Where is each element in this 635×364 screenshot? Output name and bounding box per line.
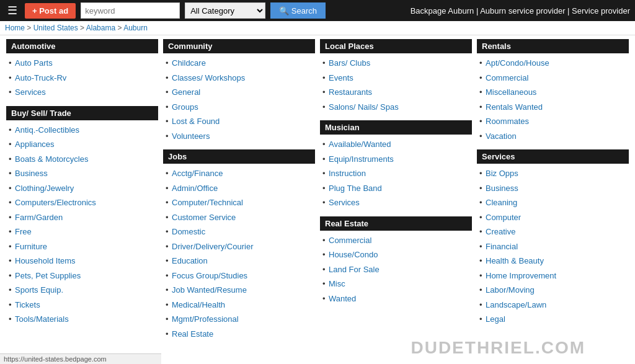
link-available-wanted[interactable]: Available/Wanted xyxy=(329,140,391,149)
link-rentals-wanted[interactable]: Rentals Wanted xyxy=(486,102,543,112)
link-miscellaneous[interactable]: Miscellaneous xyxy=(486,87,536,97)
link-services[interactable]: Services xyxy=(329,198,360,207)
link-wanted[interactable]: Wanted xyxy=(329,294,356,303)
list-item: Volunteers xyxy=(163,129,315,144)
list-item: Auto Parts xyxy=(6,56,158,71)
search-button[interactable]: 🔍 Search xyxy=(270,2,326,19)
link-equip-instruments[interactable]: Equip/Instruments xyxy=(329,154,394,164)
link-land-for-sale[interactable]: Land For Sale xyxy=(329,265,380,274)
link-groups[interactable]: Groups xyxy=(172,102,198,112)
link-landscape-lawn[interactable]: Landscape/Lawn xyxy=(486,300,546,309)
link-auto-parts[interactable]: Auto Parts xyxy=(15,58,53,68)
link-computer-technical[interactable]: Computer/Technical xyxy=(172,198,243,207)
list-item: Biz Opps xyxy=(477,166,629,181)
link-boats-motorcycles[interactable]: Boats & Motorcycles xyxy=(15,154,89,164)
link-auto-truck-rv[interactable]: Auto-Truck-Rv xyxy=(15,73,66,82)
link-commercial[interactable]: Commercial xyxy=(329,236,371,245)
link-customer-service[interactable]: Customer Service xyxy=(172,213,236,222)
link-biz-opps[interactable]: Biz Opps xyxy=(486,169,518,178)
link-classes-workshops[interactable]: Classes/ Workshops xyxy=(172,73,245,82)
link-health-beauty[interactable]: Health & Beauty xyxy=(486,256,544,265)
link-driver-delivery-courier[interactable]: Driver/Delivery/Courier xyxy=(172,242,253,251)
link-services[interactable]: Services xyxy=(15,87,46,97)
link-pets-pet-supplies[interactable]: Pets, Pet Supplies xyxy=(15,271,81,280)
link-creative[interactable]: Creative xyxy=(486,227,515,236)
link-events[interactable]: Events xyxy=(329,73,353,82)
link-mgmt-professional[interactable]: Mgmt/Professional xyxy=(172,314,239,324)
link-salons-nails-spas[interactable]: Salons/ Nails/ Spas xyxy=(329,102,399,112)
link-free[interactable]: Free xyxy=(15,227,32,236)
column-2: Local PlacesBars/ ClubsEventsRestaurants… xyxy=(318,39,474,347)
link-apt-condo-house[interactable]: Apt/Condo/House xyxy=(486,58,549,68)
link-labor-moving[interactable]: Labor/Moving xyxy=(486,285,535,295)
breadcrumb-united-states[interactable]: United States xyxy=(33,24,78,32)
link-roommates[interactable]: Roommates xyxy=(486,117,529,126)
section-list-2-2: CommercialHouse/CondoLand For SaleMiscWa… xyxy=(320,233,472,306)
link-plug-the-band[interactable]: Plug The Band xyxy=(329,184,382,193)
link-lost-found[interactable]: Lost & Found xyxy=(172,117,220,126)
link-real-estate[interactable]: Real Estate xyxy=(172,329,213,339)
link-furniture[interactable]: Furniture xyxy=(15,242,47,251)
link-commercial[interactable]: Commercial xyxy=(486,73,528,82)
link-clothing-jewelry[interactable]: Clothing/Jewelry xyxy=(15,184,74,193)
link-tools-materials[interactable]: Tools/Materials xyxy=(15,314,69,324)
column-1: CommunityChildcareClasses/ WorkshopsGene… xyxy=(161,39,318,347)
link-house-condo[interactable]: House/Condo xyxy=(329,250,378,259)
link-misc[interactable]: Misc xyxy=(329,279,345,288)
section-1-1: JobsAcctg/FinanceAdmin/OfficeComputer/Te… xyxy=(163,149,315,341)
list-item: Admin/Office xyxy=(163,181,315,196)
link-instruction[interactable]: Instruction xyxy=(329,169,366,178)
list-item: Childcare xyxy=(163,56,315,71)
link-volunteers[interactable]: Volunteers xyxy=(172,131,210,141)
link-business[interactable]: Business xyxy=(15,169,48,178)
link-education[interactable]: Education xyxy=(172,256,208,265)
link-business[interactable]: Business xyxy=(486,184,518,193)
link-sports-equip-[interactable]: Sports Equip. xyxy=(15,285,63,295)
link-vacation[interactable]: Vacation xyxy=(486,131,517,141)
link-tickets[interactable]: Tickets xyxy=(15,300,40,309)
link-cleaning[interactable]: Cleaning xyxy=(486,198,517,207)
section-header-1-0: Community xyxy=(163,39,315,53)
category-select[interactable]: All Category xyxy=(185,2,265,19)
link-household-items[interactable]: Household Items xyxy=(15,256,76,265)
list-item: Furniture xyxy=(6,239,158,254)
link-acctg-finance[interactable]: Acctg/Finance xyxy=(172,169,223,178)
list-item: Services xyxy=(320,195,472,210)
post-ad-button[interactable]: + Post ad xyxy=(25,3,76,19)
section-list-2-1: Available/WantedEquip/InstrumentsInstruc… xyxy=(320,137,472,210)
list-item: Commercial xyxy=(320,233,472,248)
section-list-0-1: Antiq.-CollectiblesAppliancesBoats & Mot… xyxy=(6,123,158,327)
section-header-3-0: Rentals xyxy=(477,39,629,53)
keyword-input[interactable] xyxy=(81,2,180,19)
link-legal[interactable]: Legal xyxy=(486,314,505,324)
link-financial[interactable]: Financial xyxy=(486,242,518,251)
link-computers-electronics[interactable]: Computers/Electronics xyxy=(15,198,96,207)
link-restaurants[interactable]: Restaurants xyxy=(329,87,372,97)
breadcrumb-alabama[interactable]: Alabama xyxy=(86,24,115,32)
link-job-wanted-resume[interactable]: Job Wanted/Resume xyxy=(172,285,247,295)
link-domestic[interactable]: Domestic xyxy=(172,227,205,236)
link-home-improvement[interactable]: Home Improvement xyxy=(486,271,556,280)
link-childcare[interactable]: Childcare xyxy=(172,58,206,68)
menu-icon[interactable]: ☰ xyxy=(5,2,20,19)
list-item: Cleaning xyxy=(477,195,629,210)
link-medical-health[interactable]: Medical/Health xyxy=(172,300,225,309)
link-appliances[interactable]: Appliances xyxy=(15,140,55,149)
link-general[interactable]: General xyxy=(172,87,200,97)
breadcrumb: Home > United States > Alabama > Auburn xyxy=(0,21,635,35)
site-title: Backpage Auburn | Auburn service provide… xyxy=(411,6,630,16)
list-item: Boats & Motorcycles xyxy=(6,152,158,167)
list-item: Focus Group/Studies xyxy=(163,269,315,283)
section-list-2-0: Bars/ ClubsEventsRestaurantsSalons/ Nail… xyxy=(320,56,472,114)
link-farm-garden[interactable]: Farm/Garden xyxy=(15,213,63,222)
breadcrumb-auburn[interactable]: Auburn xyxy=(123,24,148,32)
breadcrumb-home[interactable]: Home xyxy=(5,24,25,32)
link-focus-group-studies[interactable]: Focus Group/Studies xyxy=(172,271,247,280)
link-computer[interactable]: Computer xyxy=(486,213,521,222)
list-item: Real Estate xyxy=(163,327,315,342)
link-antiq-collectibles[interactable]: Antiq.-Collectibles xyxy=(15,125,79,135)
list-item: Job Wanted/Resume xyxy=(163,283,315,298)
list-item: House/Condo xyxy=(320,247,472,262)
link-admin-office[interactable]: Admin/Office xyxy=(172,184,218,193)
link-bars-clubs[interactable]: Bars/ Clubs xyxy=(329,58,370,68)
